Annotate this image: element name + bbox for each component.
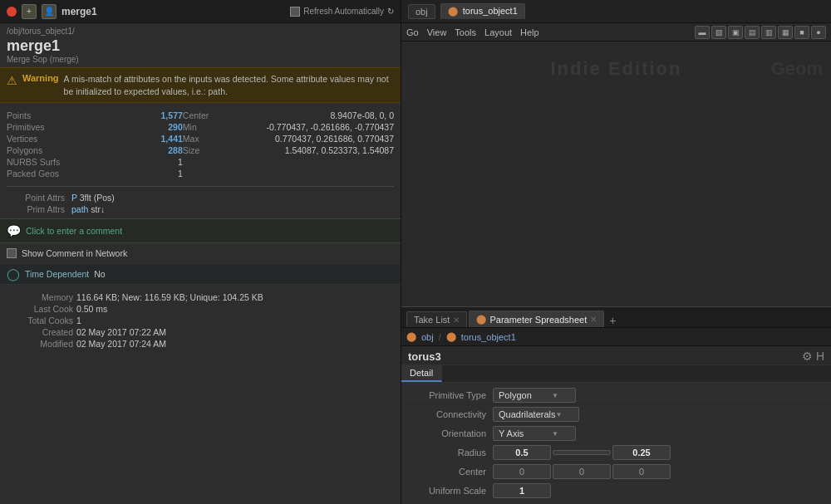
primitive-type-label: Primitive Type bbox=[401, 390, 493, 400]
refresh-checkbox[interactable] bbox=[290, 7, 300, 17]
tab-parameter-spreadsheet[interactable]: ⬤ Parameter Spreadsheet ✕ bbox=[469, 311, 604, 327]
param-center: Center 0 0 0 bbox=[401, 462, 831, 482]
modified-row: Modified 02 May 2017 07:24 AM bbox=[7, 338, 394, 350]
radius-content: 0.5 0.25 bbox=[493, 445, 831, 460]
toolbar-btn-6[interactable]: ▦ bbox=[778, 26, 793, 39]
center-content: 0 0 0 bbox=[493, 464, 831, 479]
stats-right: Center 8.9407e-08, 0, 0 Min -0.770437, -… bbox=[183, 110, 394, 179]
time-dep-label: Time Dependent bbox=[25, 269, 89, 279]
stat-points: Points 1,577 bbox=[7, 110, 183, 121]
show-comment-row: Show Comment in Network bbox=[0, 243, 401, 263]
toolbar-btn-5[interactable]: ▥ bbox=[761, 26, 776, 39]
toolbar-btn-2[interactable]: ▧ bbox=[711, 26, 726, 39]
stat-min: Min -0.770437, -0.261686, -0.770437 bbox=[183, 121, 394, 133]
node-name: merge1 bbox=[0, 37, 401, 55]
add-tab-icon[interactable]: + bbox=[606, 314, 619, 327]
memory-row: Memory 116.64 KB; New: 116.59 KB; Unique… bbox=[7, 291, 394, 303]
min-value: -0.770437, -0.261686, -0.770437 bbox=[266, 122, 394, 132]
connectivity-value: Quadrilaterals bbox=[499, 409, 555, 419]
toolbar-btn-3[interactable]: ▣ bbox=[728, 26, 743, 39]
param-breadcrumb-obj[interactable]: obj bbox=[421, 332, 434, 342]
network-topbar: obj ⬤ torus_object1 bbox=[401, 0, 831, 23]
center-input-x[interactable]: 0 bbox=[493, 464, 551, 479]
menu-go[interactable]: Go bbox=[406, 27, 419, 37]
param-rows: Primitive Type Polygon ▼ Connectivity Qu… bbox=[401, 383, 831, 504]
total-cooks-value: 1 bbox=[76, 316, 81, 325]
comment-placeholder: Click to enter a comment bbox=[26, 226, 122, 236]
toolbar-btn-7[interactable]: ■ bbox=[794, 26, 809, 39]
stats-left: Points 1,577 Primitives 290 Vertices 1,4… bbox=[7, 110, 183, 179]
tab-take-list[interactable]: Take List ✕ bbox=[406, 311, 467, 327]
primitive-type-dropdown[interactable]: Polygon ▼ bbox=[493, 388, 576, 403]
last-cook-value: 0.50 ms bbox=[76, 304, 107, 314]
memory-label: Memory bbox=[7, 292, 73, 302]
connectivity-dropdown[interactable]: Quadrilaterals ▼ bbox=[493, 407, 579, 422]
stat-polygons: Polygons 288 bbox=[7, 144, 183, 156]
toolbar-btn-8[interactable]: ● bbox=[811, 26, 826, 39]
created-label: Created bbox=[7, 327, 73, 337]
radius-input-3[interactable]: 0.25 bbox=[612, 445, 671, 460]
stat-nurbs: NURBS Surfs 1 bbox=[7, 156, 183, 168]
menu-view[interactable]: View bbox=[427, 27, 447, 37]
watermark-geom: Geom bbox=[771, 58, 823, 80]
param-primitive-type: Primitive Type Polygon ▼ bbox=[401, 386, 831, 405]
network-canvas[interactable]: Indie Edition Geom torus1 bbox=[401, 42, 831, 306]
radius-input-1[interactable]: 0.5 bbox=[493, 445, 551, 460]
show-comment-checkbox[interactable] bbox=[7, 248, 17, 258]
tab-obj[interactable]: obj bbox=[408, 4, 435, 19]
created-row: Created 02 May 2017 07:22 AM bbox=[7, 326, 394, 338]
person-icon-btn[interactable]: 👤 bbox=[42, 4, 57, 19]
polygons-value: 288 bbox=[168, 145, 183, 155]
prim-attrs-row: Prim Attrs path str↓ bbox=[7, 203, 394, 215]
stat-packed: Packed Geos 1 bbox=[7, 168, 183, 179]
point-attrs-value: P 3flt (Pos) bbox=[71, 193, 115, 203]
primitive-type-value: Polygon bbox=[499, 390, 532, 400]
breadcrumb: /obj/torus_object1/ bbox=[0, 23, 401, 37]
radius-input-2[interactable] bbox=[553, 450, 611, 455]
center-input-z[interactable]: 0 bbox=[612, 464, 671, 479]
stat-max: Max 0.770437, 0.261686, 0.770437 bbox=[183, 133, 394, 144]
center-input-y[interactable]: 0 bbox=[553, 464, 611, 479]
stat-size: Size 1.54087, 0.523373, 1.54087 bbox=[183, 144, 394, 156]
toolbar-btn-4[interactable]: ▤ bbox=[745, 26, 760, 39]
tab-torus-object1[interactable]: ⬤ torus_object1 bbox=[440, 3, 525, 19]
vertices-value: 1,441 bbox=[161, 134, 183, 144]
refresh-icon[interactable]: ↻ bbox=[387, 7, 394, 16]
net-menu-bar: Go View Tools Layout Help ▬ ▧ ▣ ▤ ▥ ▦ ■ … bbox=[401, 23, 831, 42]
memory-value: 116.64 KB; New: 116.59 KB; Unique: 104.2… bbox=[76, 292, 263, 302]
total-cooks-row: Total Cooks 1 bbox=[7, 315, 394, 326]
chevron-down-icon-3: ▼ bbox=[552, 430, 558, 438]
param-breadcrumb-node[interactable]: torus_object1 bbox=[461, 332, 516, 342]
param-tabs: Detail bbox=[401, 365, 831, 383]
param-spreadsheet-close-icon[interactable]: ✕ bbox=[590, 315, 597, 324]
prim-attrs-value: path str↓ bbox=[71, 204, 105, 214]
toolbar-btn-1[interactable]: ▬ bbox=[695, 26, 710, 39]
warning-bar: ⚠ Warning A mis-match of attributes on t… bbox=[0, 67, 401, 103]
orientation-dropdown[interactable]: Y Axis ▼ bbox=[493, 426, 576, 441]
uniform-scale-input[interactable]: 1 bbox=[493, 483, 551, 498]
refresh-area: Refresh Automatically ↻ bbox=[290, 7, 394, 17]
param-breadcrumb-sep: / bbox=[439, 332, 441, 342]
points-value: 1,577 bbox=[161, 110, 183, 120]
connectivity-label: Connectivity bbox=[401, 409, 493, 419]
packed-label: Packed Geos bbox=[7, 169, 64, 179]
warning-text: A mis-match of attributes on the inputs … bbox=[64, 73, 394, 97]
param-tab-detail[interactable]: Detail bbox=[401, 365, 442, 382]
time-dep-icon: ◯ bbox=[7, 267, 20, 281]
last-cook-row: Last Cook 0.50 ms bbox=[7, 303, 394, 315]
close-dot[interactable] bbox=[7, 7, 17, 17]
menu-help[interactable]: Help bbox=[520, 27, 539, 37]
warning-icon: ⚠ bbox=[7, 74, 17, 87]
menu-tools[interactable]: Tools bbox=[455, 27, 476, 37]
size-label: Size bbox=[183, 145, 204, 155]
gear-icon[interactable]: ⚙ bbox=[802, 350, 813, 363]
take-list-close-icon[interactable]: ✕ bbox=[453, 316, 460, 325]
param-h-icon[interactable]: H bbox=[816, 350, 824, 363]
plus-icon-btn[interactable]: + bbox=[22, 4, 37, 19]
comment-area[interactable]: 💬 Click to enter a comment bbox=[0, 218, 401, 243]
vertices-label: Vertices bbox=[7, 134, 42, 144]
points-label: Points bbox=[7, 110, 36, 120]
menu-layout[interactable]: Layout bbox=[484, 27, 512, 37]
center-param-label: Center bbox=[401, 467, 493, 477]
max-label: Max bbox=[183, 134, 204, 144]
